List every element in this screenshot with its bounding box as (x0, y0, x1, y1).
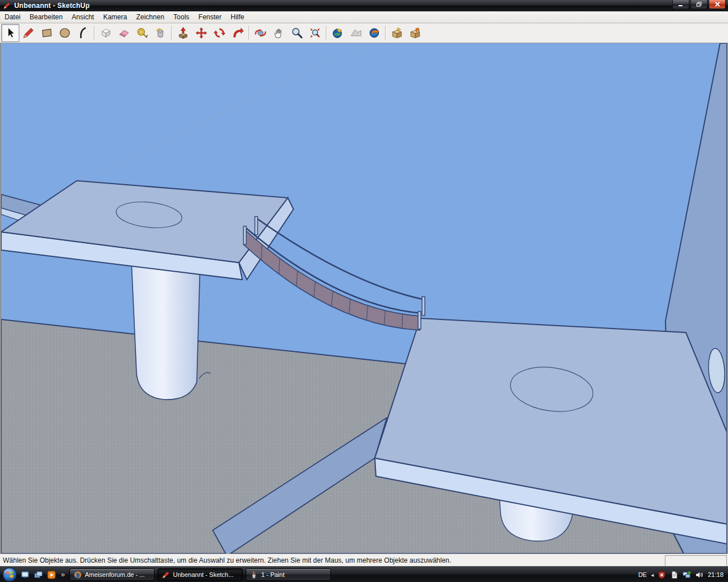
zoom-icon (291, 27, 303, 39)
taskbar-button-paint[interactable]: 1 - Paint (246, 568, 331, 581)
zoom-extents-icon (309, 27, 321, 39)
circle-tool-button[interactable] (56, 24, 74, 42)
tape-measure-tool-button[interactable] (133, 24, 151, 42)
menu-tools[interactable]: Tools (169, 12, 193, 22)
pan-tool-button[interactable] (270, 24, 288, 42)
select-tool-button[interactable] (1, 24, 19, 42)
tray-collapse-chevron[interactable]: ◂ (651, 572, 653, 578)
quick-launch (20, 570, 56, 580)
toolbar-separator (249, 26, 250, 40)
circle-icon (59, 27, 71, 39)
push-pull-icon (177, 27, 189, 39)
volume-icon[interactable] (695, 571, 704, 579)
offset-tool-button[interactable] (229, 24, 247, 42)
close-icon (715, 2, 720, 7)
eraser-tool-button[interactable] (115, 24, 133, 42)
rectangle-icon (40, 27, 53, 39)
menu-datei[interactable]: Datei (1, 12, 24, 22)
pencil-icon (22, 27, 35, 39)
share-model-box-button[interactable] (406, 24, 424, 42)
tape-measure-icon (136, 27, 148, 39)
scene[interactable] (1, 43, 727, 554)
arc-tool-button[interactable] (74, 24, 92, 42)
paint-bucket-icon (154, 27, 167, 39)
title-bar[interactable]: Unbenannt - SketchUp (0, 0, 728, 11)
restore-button[interactable] (690, 0, 708, 9)
status-message: Wählen Sie Objekte aus. Drücken Sie die … (0, 556, 451, 564)
show-desktop-icon[interactable] (20, 570, 30, 580)
firefox-icon (73, 571, 82, 579)
switch-windows-icon[interactable] (34, 570, 43, 580)
taskbar-button-label: Ameisenforum.de - ... (85, 571, 144, 578)
warehouse-share-model-icon (409, 27, 421, 39)
taskbar-button-label: 1 - Paint (261, 571, 284, 578)
menu-bearbeiten[interactable]: Bearbeiten (26, 12, 67, 22)
toolbar-separator (385, 26, 386, 40)
get-models-button[interactable] (388, 24, 406, 42)
share-model-button[interactable] (365, 24, 383, 42)
close-button[interactable] (709, 0, 726, 9)
pan-hand-icon (272, 27, 285, 39)
paint-bucket-tool-button[interactable] (151, 24, 169, 42)
network-icon[interactable] (682, 571, 691, 579)
toggle-terrain-button[interactable] (347, 24, 365, 42)
get-current-view-button[interactable] (329, 24, 347, 42)
quick-launch-overflow-chevron[interactable]: » (61, 570, 65, 579)
rotate-tool-button[interactable] (210, 24, 229, 42)
globe-yellow-arrow-icon (332, 27, 344, 39)
orbit-tool-button[interactable] (251, 24, 270, 42)
desktop: Unbenannt - SketchUp Datei Bearbeiten An… (0, 0, 728, 582)
menu-ansicht[interactable]: Ansicht (68, 12, 98, 22)
taskbar: » Ameisenforum.de - ... Unbenannt - Sket… (0, 566, 728, 582)
restore-icon (696, 2, 702, 7)
toolbar (0, 23, 728, 43)
document-icon[interactable] (670, 571, 679, 579)
security-shield-icon[interactable] (657, 571, 666, 579)
minimize-button[interactable] (672, 0, 689, 9)
select-cursor-icon (4, 27, 16, 39)
language-indicator[interactable]: DE (638, 571, 647, 578)
offset-icon (231, 27, 244, 39)
minimize-icon (678, 2, 684, 7)
window-title: Unbenannt - SketchUp (14, 2, 90, 10)
rectangle-tool-button[interactable] (38, 24, 56, 42)
paint-icon (250, 571, 258, 579)
white-box-icon (100, 27, 112, 39)
zoom-tool-button[interactable] (288, 24, 306, 42)
push-pull-tool-button[interactable] (174, 24, 192, 42)
start-button[interactable] (1, 567, 18, 582)
globe-orange-arrow-icon (368, 27, 380, 39)
terrain-sheet-icon (350, 27, 362, 39)
system-tray: DE ◂ 21:18 (638, 571, 728, 579)
menu-fenster[interactable]: Fenster (195, 12, 226, 22)
arc-icon (77, 27, 89, 39)
taskbar-button-sketchup[interactable]: Unbenannt - Sketch... (158, 568, 243, 581)
menu-zeichnen[interactable]: Zeichnen (132, 12, 168, 22)
sketchup-task-icon (162, 571, 170, 579)
windows-start-orb-icon (2, 567, 17, 582)
toolbar-separator (94, 26, 95, 40)
taskbar-clock[interactable]: 21:18 (708, 571, 723, 578)
menu-hilfe[interactable]: Hilfe (227, 12, 249, 22)
warehouse-get-models-icon (391, 27, 403, 39)
toolbar-separator (326, 26, 327, 40)
make-component-tool-button[interactable] (97, 24, 115, 42)
taskbar-button-label: Unbenannt - Sketch... (173, 571, 233, 578)
menu-bar: Datei Bearbeiten Ansicht Kamera Zeichnen… (0, 11, 728, 23)
move-tool-button[interactable] (192, 24, 210, 42)
taskbar-button-firefox[interactable]: Ameisenforum.de - ... (69, 568, 155, 581)
move-icon (195, 27, 208, 39)
measurements-box[interactable] (665, 555, 727, 567)
orbit-icon (254, 27, 267, 39)
model-viewport[interactable] (0, 43, 728, 554)
menu-kamera[interactable]: Kamera (99, 12, 131, 22)
line-tool-button[interactable] (19, 24, 38, 42)
status-bar: Wählen Sie Objekte aus. Drücken Sie die … (0, 554, 728, 566)
sketchup-app-icon (3, 2, 11, 10)
eraser-icon (118, 27, 130, 39)
toolbar-separator (171, 26, 172, 40)
media-player-icon[interactable] (47, 570, 56, 580)
rotate-icon (213, 27, 226, 39)
zoom-extents-tool-button[interactable] (306, 24, 324, 42)
